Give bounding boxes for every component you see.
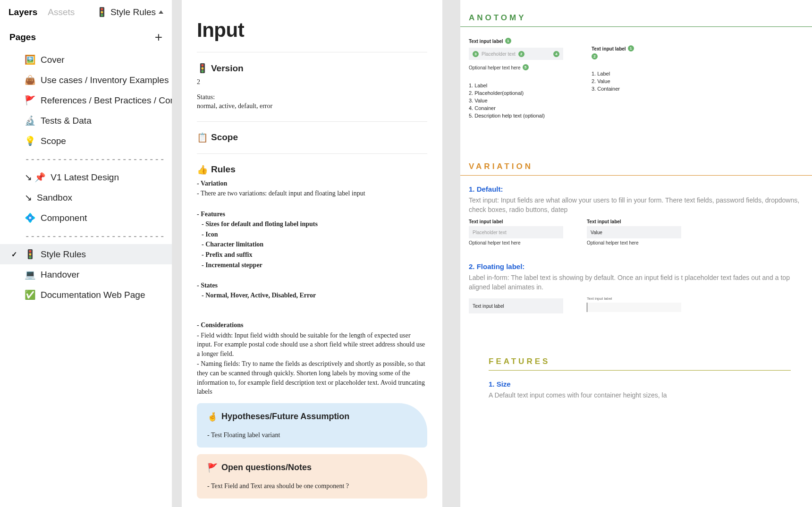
page-label: Cover xyxy=(41,55,65,65)
variation-default-head: 1. Default: xyxy=(469,185,811,193)
section-anatomy: ANOTOMY xyxy=(460,0,812,27)
traffic-light-icon: 🚦 xyxy=(197,63,208,74)
hypo-title: Hypotheses/Future Assumption xyxy=(221,412,349,422)
page-label: Component xyxy=(41,213,87,223)
tab-assets[interactable]: Assets xyxy=(48,7,75,17)
thumbs-up-icon: 👍 xyxy=(197,164,208,175)
mock-input-value: Value xyxy=(587,226,681,238)
pages-title: Pages xyxy=(9,32,36,42)
helper-text: Optional helper text here xyxy=(469,65,521,70)
version-head: Version xyxy=(211,63,244,74)
variation-body: 1. Default: Text input: Input fields are… xyxy=(460,176,812,325)
section-variation: VARIATION xyxy=(460,149,812,176)
anatomy-legend-1: 1. Label2. Placeholder(optional)3. Value… xyxy=(469,81,563,120)
page-item[interactable]: 🔬Tests & Data xyxy=(0,110,172,131)
page-item[interactable]: 💠Component xyxy=(0,208,172,228)
page-item[interactable]: 🚩References / Best Practices / Com... xyxy=(0,90,172,110)
features-size-body: A Default text input comes with four con… xyxy=(489,391,782,400)
add-page-button[interactable]: + xyxy=(155,31,162,44)
version-number: 2 xyxy=(197,77,427,87)
status-values: normal, active, default, error xyxy=(197,101,427,111)
page-label: Handover xyxy=(41,270,79,280)
page-label: Tests & Data xyxy=(41,116,92,126)
rules-states-head: - States xyxy=(197,281,427,290)
badge-5: 5 xyxy=(523,64,529,70)
sidebar-tabs: Layers Assets xyxy=(8,7,75,17)
page-icon: 💡 xyxy=(25,135,36,146)
mock-floating-input: Text input label xyxy=(469,298,563,313)
card-hypo-head: 🤞 Hypotheses/Future Assumption xyxy=(207,412,417,422)
page-item[interactable]: ✅Documentation Web Page xyxy=(0,285,172,305)
check-icon: ✓ xyxy=(11,250,17,259)
features-body: 1. Size A Default text input comes with … xyxy=(489,371,791,410)
badge-1: 1 xyxy=(505,38,511,44)
input-label: Text input label xyxy=(469,39,503,44)
page-label: -------------------------- xyxy=(25,231,165,241)
flag-icon: 🚩 xyxy=(207,463,218,473)
page-item[interactable]: ✓🚦Style Rules xyxy=(0,244,172,264)
divider xyxy=(197,52,427,52)
traffic-light-icon: 🚦 xyxy=(96,7,108,17)
open-title: Open questions/Notes xyxy=(221,463,312,473)
tab-layers[interactable]: Layers xyxy=(8,7,37,17)
feature-item: - Prefix and suffix xyxy=(202,250,427,260)
mock-input-placeholder: 3Placeholder text24 xyxy=(469,48,563,60)
section-features: FEATURES xyxy=(489,344,791,371)
doc-title: Input xyxy=(197,19,427,42)
page-item[interactable]: 💻Handover xyxy=(0,264,172,285)
variation-default-example-2: Text input label Value Optional helper t… xyxy=(587,219,681,245)
page-separator: -------------------------- xyxy=(0,228,172,244)
page-icon: 🖼️ xyxy=(25,54,36,65)
anatomy-legend-item: 4. Conainer xyxy=(469,105,563,111)
rules-body: - Variation - There are two variations: … xyxy=(197,179,427,397)
doc-frame: Input 🚦 Version 2 Status: normal, active… xyxy=(182,0,442,507)
mock-floating-input-active xyxy=(587,303,681,312)
feature-item: - Incremental stepper xyxy=(202,261,427,270)
anatomy-legend-item: 5. Description help text (optional) xyxy=(469,113,563,118)
page-label: V1 Latest Design xyxy=(51,172,119,183)
anatomy-legend-item: 1. Label xyxy=(592,71,677,76)
page-item[interactable]: ↘Sandbox xyxy=(0,187,172,208)
rules-cons-head: - Considerations xyxy=(197,321,427,330)
canvas[interactable]: Input 🚦 Version 2 Status: normal, active… xyxy=(172,0,812,507)
file-selector[interactable]: 🚦 Style Rules xyxy=(96,7,163,17)
page-label: Documentation Web Page xyxy=(41,290,145,300)
page-item[interactable]: ↘ 📌V1 Latest Design xyxy=(0,167,172,187)
page-icon: ↘ 📌 xyxy=(25,172,46,183)
rules-variation-body: - There are two variations: default inpu… xyxy=(197,189,427,198)
variation-default-body: Text input: Input fields are what allow … xyxy=(469,196,811,214)
page-icon: 💠 xyxy=(25,212,36,223)
card-open-questions: 🚩 Open questions/Notes - Text Field and … xyxy=(197,454,427,499)
anatomy-legend-item: 2. Placeholder(optional) xyxy=(469,90,563,96)
feature-item: - Sizes for default and floting label in… xyxy=(202,220,427,229)
page-label: Sandbox xyxy=(37,193,72,203)
page-icon: 🔬 xyxy=(25,115,36,126)
rules-head: Rules xyxy=(211,164,236,175)
page-item[interactable]: 🖼️Cover xyxy=(0,50,172,70)
page-label: Style Rules xyxy=(41,249,86,260)
input-label: Text input label xyxy=(469,219,563,224)
helper-text: Optional helper text here xyxy=(587,240,681,245)
rules-cons-1: - Field width: Input field width should … xyxy=(197,331,427,359)
page-item[interactable]: 💡Scope xyxy=(0,131,172,151)
section-rules: 👍 Rules xyxy=(197,164,427,175)
card-open-head: 🚩 Open questions/Notes xyxy=(207,463,417,473)
badge-1b: 1 xyxy=(628,45,634,51)
page-item[interactable]: 👜Use cases / Inventory Examples xyxy=(0,70,172,90)
feature-item: - Icon xyxy=(202,230,427,239)
anatomy-example-2: Text input label1 2 1. Label2. Value3. C… xyxy=(592,36,677,120)
placeholder-text: Placeholder text xyxy=(482,51,516,57)
anatomy-body: Text input label1 3Placeholder text24 Op… xyxy=(460,27,812,130)
status-label: Status: xyxy=(197,93,427,102)
page-icon: ↘ xyxy=(25,192,32,203)
input-label: Text input label xyxy=(592,46,626,51)
anatomy-example-1: Text input label1 3Placeholder text24 Op… xyxy=(469,36,563,120)
variation-floating-head: 2. Floating label: xyxy=(469,262,811,270)
page-icon: 🚦 xyxy=(25,249,36,260)
mock-input-placeholder: Placeholder text xyxy=(469,226,563,238)
section-version: 🚦 Version xyxy=(197,63,427,74)
clipboard-icon: 📋 xyxy=(197,132,208,143)
page-label: -------------------------- xyxy=(25,154,165,164)
sidebar-header: Layers Assets 🚦 Style Rules xyxy=(0,0,172,24)
feature-item: - Character limitation xyxy=(202,240,427,249)
